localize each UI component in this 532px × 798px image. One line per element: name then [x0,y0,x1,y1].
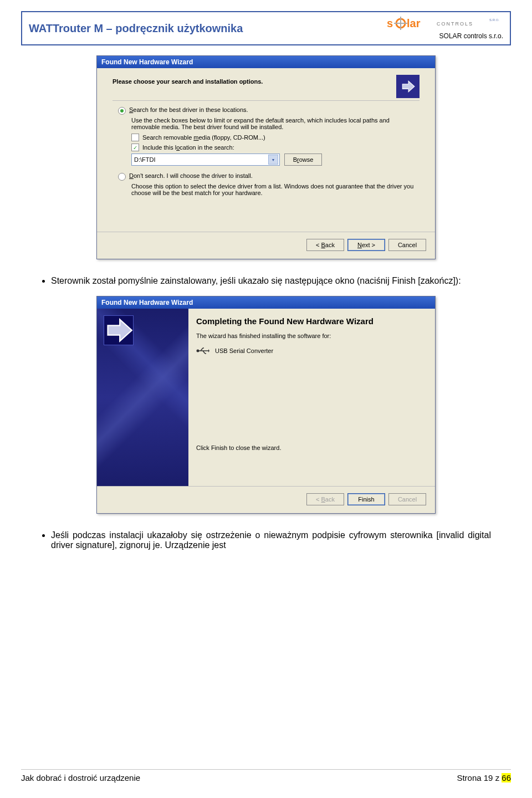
company-subtitle: SOLAR controls s.r.o. [439,32,503,40]
svg-text:S.R.O.: S.R.O. [489,18,499,22]
para2: Jeśli podczas instalacji ukazałoby się o… [51,530,491,550]
wizard1-content: Please choose your search and installati… [97,68,435,232]
wizard1-buttons: < Back Next > Cancel [97,232,435,259]
svg-marker-9 [208,349,209,352]
check-include-label: Include this location in the search: [142,144,234,151]
bullet-list-1: Sterownik został pomyślnie zainstalowany… [51,276,491,286]
para1: Sterownik został pomyślnie zainstalowany… [51,276,491,286]
location-row: D:\FTDI ▾ Browse [131,154,420,166]
manual-title: WATTrouter M – podręcznik użytkownika [29,22,243,35]
wizard2-titlebar: Found New Hardware Wizard [97,296,435,309]
location-value: D:\FTDI [134,156,156,163]
device-name: USB Serial Converter [215,347,273,354]
wizard1-heading: Please choose your search and installati… [112,75,263,85]
svg-text:s: s [387,17,393,29]
combo-arrow-icon[interactable]: ▾ [268,155,278,165]
wizard2-window: Found New Hardware Wizard Completing the… [96,296,436,514]
logo-block: s lar CONTROLS S.R.O. SOLAR controls s.r… [387,17,503,40]
svg-text:lar: lar [407,17,421,29]
usb-icon [196,347,209,355]
finish-button[interactable]: Finish [347,493,385,505]
device-icon [396,75,420,98]
page-footer: Jak dobrać i dostroić urządzenie Strona … [21,769,511,782]
wizard2-side-graphic [97,309,188,486]
wizard2-body: Completing the Found New Hardware Wizard… [97,309,435,486]
device-row: USB Serial Converter [196,347,425,355]
solar-controls-logo: s lar CONTROLS S.R.O. [387,17,503,31]
back-button-2: < Back [306,493,344,505]
footer-left: Jak dobrać i dostroić urządzenie [21,773,140,782]
footer-right: Strona 19 z 66 [457,773,511,782]
wizard2-heading: Completing the Found New Hardware Wizard [196,316,425,326]
page-header: WATTrouter M – podręcznik użytkownika s … [21,11,511,45]
check-include-location[interactable]: ✓ Include this location in the search: [131,144,420,151]
wizard2-main: Completing the Found New Hardware Wizard… [196,309,435,486]
back-button-1[interactable]: < Back [306,239,344,251]
wizard2-line1: The wizard has finished installing the s… [196,332,425,339]
wizard2-side-icon [104,315,134,345]
radio-dont-search[interactable]: Don't search. I will choose the driver t… [118,172,420,181]
next-button-1[interactable]: Next > [347,239,385,251]
radio-search-best[interactable]: Search for the best driver in these loca… [118,106,420,115]
document-page: WATTrouter M – podręcznik użytkownika s … [0,0,532,798]
cancel-button-1[interactable]: Cancel [388,239,426,251]
radio-search-help: Use the check boxes below to limit or ex… [131,117,420,130]
bullet-list-2: Jeśli podczas instalacji ukazałoby się o… [51,530,491,550]
radio-dont-search-label: Don't search. I will choose the driver t… [129,172,253,179]
cancel-button-2: Cancel [388,493,426,505]
radio-dont-search-help: Choose this option to select the device … [131,183,420,196]
check-removable-media[interactable]: Search removable media (floppy, CD-ROM..… [131,134,420,141]
svg-text:CONTROLS: CONTROLS [437,21,473,27]
radio-search-best-label: Search for the best driver in these loca… [129,106,248,113]
wizard1-window: Found New Hardware Wizard Please choose … [96,55,436,259]
check-removable-label: Search removable media (floppy, CD-ROM..… [142,134,265,141]
browse-button[interactable]: Browse [284,154,322,166]
wizard2-close-hint: Click Finish to close the wizard. [196,444,425,451]
location-combo[interactable]: D:\FTDI ▾ [131,154,280,166]
wizard2-buttons: < Back Finish Cancel [97,486,435,513]
wizard1-titlebar: Found New Hardware Wizard [97,56,435,68]
wizard1-heading-row: Please choose your search and installati… [112,75,420,101]
